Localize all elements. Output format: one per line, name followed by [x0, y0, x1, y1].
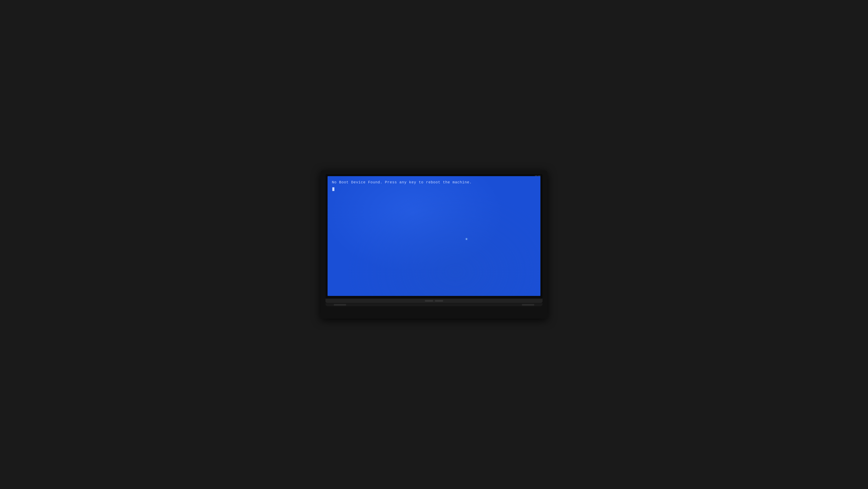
blinking-cursor — [332, 187, 335, 191]
screen-artifact-pixel — [466, 238, 467, 239]
laptop-hinge-area — [326, 299, 542, 303]
hinge-left — [425, 300, 433, 302]
laptop-chassis — [326, 304, 542, 306]
hinge-right — [435, 300, 443, 302]
chassis-detail-left — [334, 304, 346, 306]
hinge-detail-area — [401, 299, 467, 303]
bios-screen[interactable]: No Boot Device Found. Press any key to r… — [328, 176, 540, 296]
screen-bezel: No Boot Device Found. Press any key to r… — [326, 174, 542, 298]
cursor-line — [332, 187, 335, 191]
boot-error-text: No Boot Device Found. Press any key to r… — [332, 180, 472, 184]
boot-error-message: No Boot Device Found. Press any key to r… — [332, 180, 472, 184]
chassis-detail-right — [522, 304, 534, 306]
laptop-body: No Boot Device Found. Press any key to r… — [320, 170, 548, 319]
